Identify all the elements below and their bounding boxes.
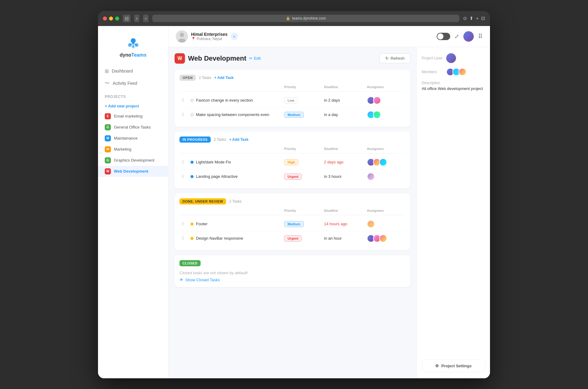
priority-col-header: Priority (284, 147, 324, 151)
sidebar-item-email-marketing[interactable]: E Email marketing (98, 111, 168, 122)
project-label-maintainance: Maintainance (114, 136, 138, 140)
closed-badge: CLOSED (179, 260, 201, 266)
avatar-stack (367, 111, 381, 119)
task-row[interactable]: ⠿ Design NavBar responsive Urgent in an … (179, 231, 405, 245)
close-window-button[interactable] (103, 17, 107, 21)
in-progress-add-task-link[interactable]: + Add Task (229, 137, 248, 142)
apps-grid-icon[interactable]: ⠿ (478, 33, 483, 40)
nav-item-dashboard[interactable]: ⊞ Dashboard (98, 65, 168, 77)
sidebar-collapse-button[interactable]: « (231, 33, 238, 40)
project-settings-label: Project Settings (441, 364, 472, 368)
closed-section: CLOSED Closed tasks are not shown by def… (175, 255, 410, 287)
theme-toggle[interactable] (437, 33, 450, 40)
task-row[interactable]: ⠿ Light/dark Mode Fix High 2 days ago (179, 155, 405, 170)
dashboard-icon: ⊞ (105, 68, 109, 74)
sidebar-item-web-development[interactable]: W Web Development (98, 166, 168, 177)
nav-back-button[interactable]: ‹ (134, 15, 139, 22)
task-row[interactable]: ⠿ Landing page Attractive Urgent in 3 ho… (179, 170, 405, 184)
description-label: Description (422, 81, 485, 85)
task-name: Favicon change in every section (196, 98, 253, 103)
history-icon[interactable]: ⊙ (463, 16, 467, 21)
task-row[interactable]: ⠿ Favicon change in every section Low in… (179, 93, 405, 108)
task-status-dot (190, 223, 194, 226)
refresh-label: Refresh (390, 56, 405, 61)
in-progress-table-header: Priority Deadline Assignees (179, 147, 405, 153)
priority-cell: Urgent (284, 174, 324, 180)
refresh-button[interactable]: ↻ Refresh (379, 53, 410, 63)
done-review-badge: DONE, UNDER REVIEW (179, 198, 226, 204)
avatar-stack (367, 173, 375, 181)
done-review-count: 2 Tasks (229, 199, 241, 204)
deadline-cell: in 2 days (324, 98, 367, 103)
show-closed-label: Show Closed Tasks (185, 278, 220, 282)
sidebar: dynoTeams ⊞ Dashboard 〜 Activity Feed Pr… (98, 26, 168, 378)
task-name-cell: Design NavBar responsive (190, 236, 284, 241)
assignees-cell (367, 111, 404, 119)
avatar (379, 158, 387, 166)
sidebar-item-general-office[interactable]: G General Office Tasks (98, 122, 168, 133)
task-name: Design NavBar responsive (196, 236, 243, 241)
window-layout-icon[interactable]: ⊟ (123, 15, 130, 22)
deadline-cell: in a day (324, 112, 367, 117)
sidebar-item-maintainance[interactable]: M Maintainance (98, 133, 168, 144)
project-settings-button[interactable]: ⚙ Project Settings (422, 360, 485, 372)
maximize-window-button[interactable] (115, 17, 119, 21)
deadline-cell: 2 days ago (324, 160, 367, 164)
svg-point-8 (180, 33, 184, 37)
url-text: teams.dynohive.com (292, 16, 326, 21)
priority-cell: High (284, 159, 324, 165)
task-row[interactable]: ⠿ Make spacing between components even M… (179, 108, 405, 122)
open-add-task-link[interactable]: + Add Task (214, 76, 234, 80)
in-progress-badge: IN PROGRESS (179, 137, 211, 143)
deadline-col-header: Deadline (324, 85, 367, 89)
task-name-cell: Light/dark Mode Fix (190, 160, 284, 164)
members-avatars (446, 68, 466, 76)
add-project-link[interactable]: + Add new project (98, 101, 168, 111)
nav-label-activity-feed: Activity Feed (113, 81, 137, 86)
nav-forward-button[interactable]: › (143, 15, 148, 22)
task-name: Make spacing between components even (196, 112, 269, 117)
project-lead-avatar (446, 53, 456, 63)
task-status-dot (190, 175, 194, 178)
project-label-graphics: Graphics Development (114, 158, 154, 163)
share-icon[interactable]: ⬆ (469, 16, 473, 21)
priority-cell: Low (284, 97, 324, 103)
browser-chrome: ⊟ ‹ › 🔒 teams.dynohive.com ⊙ ⬆ + ⊡ (98, 11, 490, 26)
drag-handle: ⠿ (181, 236, 190, 241)
minimize-window-button[interactable] (109, 17, 113, 21)
task-name: Landing page Attractive (196, 174, 238, 179)
fullscreen-icon[interactable]: ⤢ (454, 33, 459, 40)
description-section: Description All office Web development p… (422, 81, 485, 91)
priority-badge: High (284, 159, 298, 165)
extensions-icon[interactable]: ⊡ (481, 16, 485, 21)
avatar (379, 234, 387, 242)
task-row[interactable]: ⠿ Footer Medium 14 hours ago (179, 217, 405, 231)
deadline-cell: 14 hours ago (324, 222, 367, 226)
done-review-section: DONE, UNDER REVIEW 2 Tasks Priority Dead… (175, 193, 410, 250)
user-avatar[interactable] (463, 31, 474, 42)
eye-icon: 👁 (179, 278, 183, 282)
top-bar: Himal Enterprises 📍 Pokhara, Nepal « ⤢ ⠿ (168, 26, 490, 47)
projects-section-title: Projects (98, 90, 168, 101)
app-container: dynoTeams ⊞ Dashboard 〜 Activity Feed Pr… (98, 26, 490, 378)
sidebar-item-marketing[interactable]: M Marketing (98, 144, 168, 155)
description-text: All office Web development project (422, 86, 485, 91)
project-dot-marketing: M (105, 146, 111, 152)
open-count: 2 Tasks (199, 76, 211, 80)
assignees-cell (367, 173, 404, 181)
priority-badge: Medium (284, 221, 304, 227)
priority-col-header: Priority (284, 209, 324, 212)
show-closed-tasks-link[interactable]: 👁 Show Closed Tasks (179, 278, 405, 282)
sidebar-item-graphics[interactable]: G Graphics Development (98, 155, 168, 166)
priority-badge: Urgent (284, 174, 302, 180)
deadline-col-header: Deadline (324, 147, 367, 151)
open-table-header: Priority Deadline Assignees (179, 85, 405, 92)
app-logo-icon (126, 35, 141, 50)
nav-item-activity-feed[interactable]: 〜 Activity Feed (98, 77, 168, 90)
project-name: Web Development (188, 54, 246, 62)
new-tab-icon[interactable]: + (476, 16, 479, 21)
address-bar[interactable]: 🔒 teams.dynohive.com (152, 15, 460, 22)
edit-project-link[interactable]: ✏ Edit (249, 56, 261, 61)
drag-handle: ⠿ (181, 98, 190, 103)
org-location: 📍 Pokhara, Nepal (191, 37, 228, 41)
